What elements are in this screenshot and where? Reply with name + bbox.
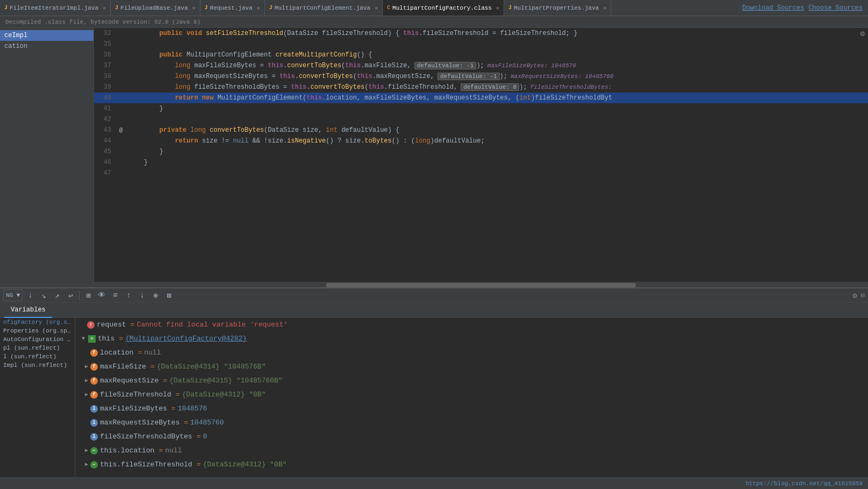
var-val-this-location: null	[165, 445, 182, 457]
var-row-this-filesizethreshold: ▶ ↩ this.fileSizeThreshold = {DataSize@4…	[75, 458, 868, 472]
orange-icon-maxfilesize: f	[90, 363, 98, 371]
info-bar: Decompiled .class file, bytecode version…	[0, 16, 868, 28]
var-name-maxrequestsize: maxRequestSize	[100, 375, 159, 387]
frame-item-2[interactable]: AutoConfiguration (o	[0, 335, 75, 344]
var-row-maxfilesizebytes: l maxFileSizeBytes = 1048576	[75, 402, 868, 416]
step-into-btn[interactable]: ↘	[38, 289, 49, 301]
orange-icon-filesizethreshold: f	[90, 391, 98, 399]
editor-main: ceImpl cation 32 public void setFileSize…	[0, 28, 868, 287]
panel-settings-icon[interactable]: ⚙	[852, 291, 857, 300]
var-name-filesizethresholdbytes: fileSizeThresholdBytes	[100, 431, 192, 443]
expand-this-filesizethreshold[interactable]: ▶	[83, 461, 90, 469]
horizontal-scrollbar[interactable]	[94, 282, 868, 287]
expand-maxfilesize[interactable]: ▶	[83, 363, 90, 371]
java-file-icon-5: J	[508, 5, 512, 11]
var-val-this[interactable]: {MultipartConfigFactory@4282}	[125, 333, 247, 345]
toolbar-separator-1	[79, 290, 80, 300]
code-line-43: 43 @ private long convertToBytes(DataSiz…	[94, 125, 868, 136]
code-line-45: 45 }	[94, 146, 868, 157]
tab-MultipartProperties[interactable]: J MultipartProperties.java ✕	[504, 0, 611, 16]
frame-item-4[interactable]: l (sun.reflect)	[0, 352, 75, 361]
tab-close-5[interactable]: ✕	[603, 5, 606, 11]
choose-sources-link[interactable]: Choose Sources	[808, 4, 863, 12]
var-equals-this: =	[119, 333, 123, 345]
evaluate-btn[interactable]: ⊞	[82, 289, 94, 301]
tab-close-4[interactable]: ✕	[496, 5, 499, 11]
debug-dropdown[interactable]: NG ▼	[3, 289, 23, 301]
java-file-icon-2: J	[205, 5, 208, 11]
top-links: Download Sources Choose Sources	[737, 4, 868, 12]
scrollbar-thumb[interactable]	[326, 283, 636, 287]
code-content: 32 public void setFileSizeThreshold(Data…	[94, 28, 868, 179]
frame-item-1[interactable]: Properties (org.sprin	[0, 327, 75, 335]
code-line-42: 42	[94, 114, 868, 125]
var-val-request: Cannot find local variable 'request'	[137, 319, 288, 331]
var-row-filesizethresholdbytes: l fileSizeThresholdBytes = 0	[75, 430, 868, 444]
var-equals-request: =	[131, 319, 135, 331]
java-file-icon-1: J	[115, 5, 118, 11]
code-line-41: 41 }	[94, 103, 868, 114]
panel-layout-icon[interactable]: ⊟	[861, 292, 865, 300]
tab-Request[interactable]: J Request.java ✕	[200, 0, 265, 16]
tab-MultipartConfigFactory[interactable]: C MultipartConfigFactory.class ✕	[383, 0, 504, 16]
tab-FileItemIteratorImpl[interactable]: J FileItemIteratorImpl.java ✕	[0, 0, 111, 16]
down-btn[interactable]: ↓	[136, 289, 148, 301]
blue-icon-maxfilesizebytes: l	[90, 405, 98, 413]
var-name-request: request	[97, 319, 126, 331]
tab-FileUploadBase[interactable]: J FileUploadBase.java ✕	[111, 0, 200, 16]
status-url[interactable]: https://blog.csdn.net/qq_41615959	[745, 480, 863, 487]
var-equals-maxfilesizebytes: =	[171, 403, 176, 415]
var-row-this-location: ▶ ↩ this.location = null	[75, 444, 868, 458]
sidebar-item-ceimpl[interactable]: ceImpl	[0, 30, 94, 41]
remove-watch-btn[interactable]: ⊠	[163, 289, 175, 301]
up-btn[interactable]: ↑	[123, 289, 134, 301]
var-name-maxfilesize: maxFileSize	[100, 361, 146, 373]
tab-close-1[interactable]: ✕	[192, 5, 196, 11]
info-bar-text: Decompiled .class file, bytecode version…	[5, 19, 200, 25]
var-row-maxfilesize: ▶ f maxFileSize = {DataSize@4314} "10485…	[75, 360, 868, 374]
frame-item-5[interactable]: Impl (sun.reflect)	[0, 361, 75, 370]
var-equals-maxrequestsize: =	[163, 375, 167, 387]
var-val-maxrequestsizebytes: 10485760	[190, 417, 224, 429]
var-row-this: ▼ ≡ this = {MultipartConfigFactory@4282}	[75, 332, 868, 346]
expand-maxrequestsize[interactable]: ▶	[83, 377, 90, 385]
var-equals-filesizethreshold: =	[176, 389, 180, 401]
code-line-44: 44 return size != null && !size.isNegati…	[94, 136, 868, 146]
add-watch-btn[interactable]: ⊕	[149, 289, 161, 301]
code-line-36: 36 public MultipartConfigElement createM…	[94, 49, 868, 60]
step-out-btn[interactable]: ↗	[51, 289, 63, 301]
run-to-cursor-btn[interactable]: ↩	[64, 289, 76, 301]
sidebar-item-cation[interactable]: cation	[0, 41, 94, 52]
tab-close-0[interactable]: ✕	[103, 5, 106, 11]
var-val-filesizethresholdbytes: 0	[203, 431, 207, 443]
code-line-40: 40 return new MultipartConfigElement(thi…	[94, 93, 868, 103]
var-name-this-location: this.location	[100, 445, 154, 457]
bottom-panel-toolbar: NG ▼ ↓ ↘ ↗ ↩ ⊞ 👁 ≡ ↑ ↓ ⊕ ⊠ ⚙ ⊟	[0, 288, 868, 303]
tab-MultipartConfigElement[interactable]: J MultipartConfigElement.java ✕	[265, 0, 383, 16]
var-name-location: location	[100, 347, 133, 359]
download-sources-link[interactable]: Download Sources	[742, 4, 804, 12]
frames-btn[interactable]: ≡	[109, 289, 121, 301]
var-row-maxrequestsizebytes: l maxRequestSizeBytes = 10485760	[75, 416, 868, 430]
bottom-left-items: nfigFactory (org.spr Properties (org.spr…	[0, 318, 75, 477]
tab-variables[interactable]: Variables	[4, 303, 52, 318]
bottom-tab-bar: Variables	[0, 303, 868, 318]
settings-icon[interactable]: ⚙	[860, 29, 865, 38]
orange-icon-location: f	[90, 349, 98, 357]
bottom-panel: NG ▼ ↓ ↘ ↗ ↩ ⊞ 👁 ≡ ↑ ↓ ⊕ ⊠ ⚙ ⊟ Variables	[0, 287, 868, 489]
tab-close-2[interactable]: ✕	[257, 5, 260, 11]
tab-close-3[interactable]: ✕	[375, 5, 378, 11]
code-editor[interactable]: 32 public void setFileSizeThreshold(Data…	[94, 28, 868, 287]
step-over-btn[interactable]: ↓	[24, 289, 36, 301]
var-val-filesizethreshold: {DataSize@4312} "0B"	[182, 389, 266, 401]
expand-filesizethreshold[interactable]: ▶	[83, 391, 90, 399]
expand-this-location[interactable]: ▶	[83, 447, 90, 455]
frame-item-0[interactable]: nfigFactory (org.spr	[0, 318, 75, 327]
var-val-maxfilesizebytes: 1048576	[178, 403, 207, 415]
watch-btn[interactable]: 👁	[96, 289, 107, 301]
var-equals-this-location: =	[159, 445, 163, 457]
var-val-maxfilesize: {DataSize@4314} "1048576B"	[157, 361, 266, 373]
var-name-maxfilesizebytes: maxFileSizeBytes	[100, 403, 167, 415]
frame-item-3[interactable]: pl (sun.reflect)	[0, 344, 75, 352]
expand-this[interactable]: ▼	[80, 335, 87, 343]
